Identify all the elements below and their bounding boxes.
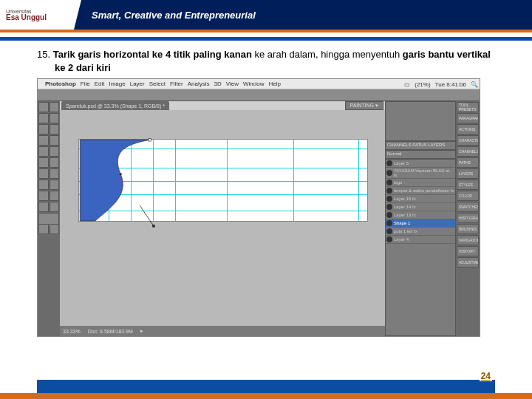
panel-tab[interactable]: ACTIONS: [457, 124, 479, 134]
svg-rect-2: [149, 139, 151, 141]
menu-select[interactable]: Select: [149, 81, 166, 87]
guide-v[interactable]: [227, 140, 228, 221]
slide-header: Universitas Esa Unggul Smart, Creative a…: [0, 0, 532, 30]
visibility-icon[interactable]: [386, 212, 392, 218]
layer-row[interactable]: pola 1 kiri fx: [386, 228, 455, 236]
menu-3d[interactable]: 3D: [214, 81, 222, 87]
visibility-icon[interactable]: [386, 220, 392, 226]
panel-stack: CHANNELS PATHS LAYERS Normal Layer 5YAYA…: [385, 101, 456, 336]
menu-window[interactable]: Window: [243, 81, 264, 87]
university-logo: Universitas Esa Unggul: [0, 0, 74, 30]
visibility-icon[interactable]: [386, 196, 392, 202]
hand-tool[interactable]: [38, 202, 49, 212]
canvas-area[interactable]: [60, 110, 385, 326]
visibility-icon[interactable]: [386, 170, 392, 176]
menu-edit[interactable]: Edit: [95, 81, 105, 87]
visibility-icon[interactable]: [386, 188, 392, 194]
menu-view[interactable]: View: [226, 81, 239, 87]
guide-v[interactable]: [293, 140, 294, 221]
slide-footer: 24: [37, 380, 495, 393]
menu-layer[interactable]: Layer: [130, 81, 145, 87]
menu-image[interactable]: Image: [109, 81, 125, 87]
layer-name: pola 1 kiri fx: [394, 229, 417, 233]
layers-tabbar[interactable]: CHANNELS PATHS LAYERS: [385, 141, 456, 150]
panel-tab[interactable]: BRUSHES: [457, 224, 479, 234]
eraser-tool[interactable]: [38, 157, 49, 168]
layer-row[interactable]: Layer 13 fx: [386, 211, 455, 219]
dodge-tool[interactable]: [50, 168, 60, 179]
menu-analysis[interactable]: Analysis: [188, 81, 210, 87]
panel-tab[interactable]: STYLES: [457, 180, 479, 190]
panel-tab[interactable]: NAVIGATOR: [457, 235, 479, 245]
visibility-icon[interactable]: [386, 236, 392, 242]
panel-tab[interactable]: HISTOGRAM: [457, 213, 479, 223]
menu-filter[interactable]: Filter: [170, 81, 183, 87]
crop-tool[interactable]: [38, 124, 49, 134]
wand-tool[interactable]: [50, 113, 60, 123]
visibility-icon[interactable]: [386, 180, 392, 185]
visibility-icon[interactable]: [386, 204, 392, 210]
layers-panel: Layer 5YAYASAN/Yayasan BLAH al.. fxlogot…: [385, 159, 456, 336]
layers-mode[interactable]: Normal: [385, 150, 456, 159]
blur-tool[interactable]: [38, 168, 49, 179]
gradient-tool[interactable]: [50, 157, 60, 168]
layer-row[interactable]: tempat & waktu pendaftaran fx: [386, 187, 455, 195]
layer-row[interactable]: Layer 5: [386, 160, 455, 168]
photoshop-screenshot: Photoshop File Edit Image Layer Select F…: [37, 78, 480, 337]
svg-point-1: [152, 225, 155, 228]
zoom-level[interactable]: 33.33%: [63, 329, 81, 334]
healing-tool[interactable]: [38, 135, 49, 146]
layer-name: Layer 5: [394, 161, 409, 166]
layer-row[interactable]: YAYASAN/Yayasan BLAH al.. fx: [386, 168, 455, 179]
canvas[interactable]: [79, 140, 367, 221]
path-tool[interactable]: [38, 191, 49, 201]
status-bar: 33.33% Doc: 8.58M/183.9M ▸: [60, 326, 385, 336]
stamp-tool[interactable]: [38, 146, 49, 157]
marquee-tool[interactable]: [50, 102, 60, 112]
layer-row[interactable]: Layer 14 fx: [386, 203, 455, 211]
history-brush-tool[interactable]: [50, 146, 60, 157]
vector-shape[interactable]: [79, 140, 183, 221]
spotlight-icon[interactable]: 🔍: [471, 81, 478, 88]
move-tool[interactable]: [38, 102, 49, 112]
header-tagline: Smart, Creative and Entrepreneurial: [92, 10, 256, 21]
panel-tab[interactable]: COLOR: [457, 191, 479, 201]
layer-row[interactable]: Layer 15 fx: [386, 195, 455, 203]
right-panels: CHANNELS PATHS LAYERS Normal Layer 5YAYA…: [385, 101, 480, 336]
document-tab[interactable]: Spanduk.psd @ 33.3% (Shape 1, RGB/8) *: [61, 101, 169, 110]
type-tool[interactable]: [50, 180, 60, 190]
visibility-icon[interactable]: [386, 160, 392, 166]
svg-rect-3: [120, 173, 122, 175]
options-bar[interactable]: [38, 89, 480, 101]
layer-name: logo: [394, 180, 402, 185]
panel-tab[interactable]: PARAGRAPH: [457, 113, 479, 123]
layer-row[interactable]: logo: [386, 179, 455, 187]
step-plain1: ke arah dalam, hingga menyentuh: [255, 49, 403, 60]
layer-row[interactable]: Layer 4: [386, 236, 455, 244]
panel-tab[interactable]: LAYERS: [457, 168, 479, 179]
brush-tool[interactable]: [50, 135, 60, 146]
panel-tab[interactable]: PATHS: [457, 157, 479, 168]
panel-tab[interactable]: CHANNELS: [457, 146, 479, 157]
pen-tool[interactable]: [38, 180, 49, 190]
panel-tab[interactable]: TOOL PRESETS: [457, 102, 479, 112]
nav-panel[interactable]: [385, 101, 456, 141]
shape-tool[interactable]: [50, 191, 60, 201]
caret-icon[interactable]: ▸: [140, 328, 143, 334]
quickmask-tool[interactable]: [38, 224, 49, 234]
menu-file[interactable]: File: [81, 81, 90, 87]
guide-v[interactable]: [358, 140, 359, 221]
menu-help[interactable]: Help: [268, 81, 280, 87]
screenmode-tool[interactable]: [50, 224, 60, 234]
step-bold1: Tarik garis horizontal ke 4 titik paling…: [53, 49, 255, 60]
eyedropper-tool[interactable]: [50, 124, 60, 134]
lasso-tool[interactable]: [38, 113, 49, 123]
workspace-switcher[interactable]: PAINTING ▾: [345, 101, 383, 110]
panel-tab[interactable]: CHARACTER: [457, 135, 479, 146]
panel-tab[interactable]: ADJUSTMENTS: [457, 257, 479, 267]
panel-tab[interactable]: SWATCHES: [457, 202, 479, 212]
zoom-tool[interactable]: [50, 202, 60, 212]
panel-tab[interactable]: HISTORY: [457, 246, 479, 256]
layer-row[interactable]: Shape 1: [386, 219, 455, 228]
visibility-icon[interactable]: [386, 228, 392, 234]
